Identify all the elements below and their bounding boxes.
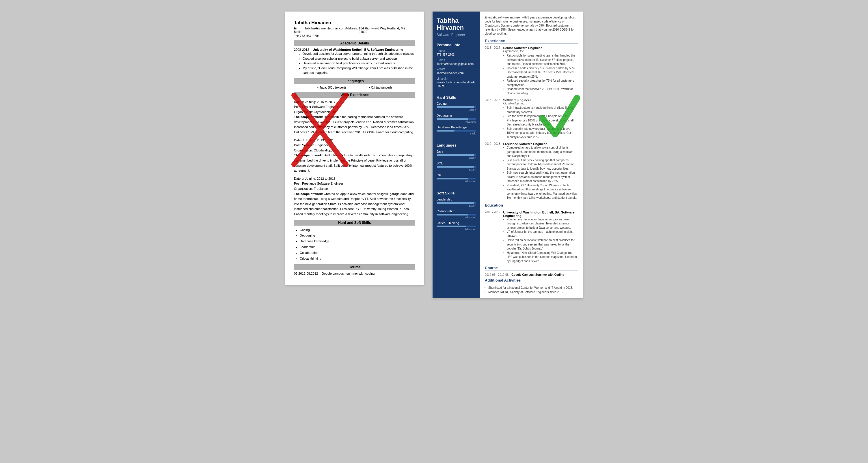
skill-coding-name: Coding — [437, 102, 476, 105]
edu-bullet: My article, "How Cloud Computing Will Ch… — [506, 251, 578, 264]
skill-item: Database knowledge — [300, 238, 415, 244]
work-org-3: Organization: Freelance — [294, 186, 415, 192]
exp-bullet: Built security into new product features… — [506, 127, 578, 140]
languages-section-header: Languages — [294, 78, 415, 84]
academic-bullets: Developed passion for Java server progra… — [303, 51, 415, 75]
skill-item: Debugging — [300, 233, 415, 238]
exp-dates-1: 2015 - 2017 — [485, 46, 500, 96]
exp-bullets-3: Composed an app to allow voice control o… — [506, 146, 578, 200]
edu-bullet: Delivered an actionable webinar on best … — [506, 238, 578, 251]
experience-label: Experience — [485, 39, 578, 44]
work-scope-2: The scope of work: Built infrastructure … — [294, 153, 415, 173]
exp-details-1: Senior Software Engineer Cryptoconic, In… — [503, 46, 578, 96]
personal-info-section: Personal Info Phone 773-457-2703 E-mail … — [433, 40, 480, 92]
lang-java: Java Expert — [437, 150, 476, 159]
work-scope-1: The scope of work: Responsible for leadi… — [294, 114, 415, 135]
exp-details-2: Software Engineer Cloudwallop, Inc. Buil… — [503, 98, 578, 139]
exp-bullet: Composed an app to allow voice control o… — [506, 146, 578, 158]
edu-dates-1: 2008 - 2012 — [485, 210, 500, 264]
activity-item: Member, IAENG Society of Software Engine… — [488, 290, 578, 294]
skill-collaboration-level: Advanced — [437, 216, 476, 219]
lang2: C# (advanced) — [369, 86, 392, 89]
left-email-label: E-Mail: — [294, 27, 304, 33]
edu-bullet: VP of Jugger-Is, the campus machine lear… — [506, 230, 578, 238]
hard-skills-section: Hard Skills Coding Expert Debugging Adva… — [433, 92, 480, 140]
edu-title-1: University of Washington Bothell, BA, So… — [503, 210, 578, 218]
edu-details-1: University of Washington Bothell, BA, So… — [503, 210, 578, 264]
course-name-1: Google Campus: Summer with Coding — [512, 273, 564, 276]
exp-entry-2: 2013 - 2015 Software Engineer Cloudwallo… — [485, 98, 578, 139]
course-row-1: 2012-06 - 2012-08 Google Campus: Summer … — [485, 273, 578, 276]
course-label: Course — [485, 266, 578, 271]
lang1: Java, SQL (expert) — [317, 86, 346, 89]
email-label: E-mail — [437, 59, 476, 62]
lang-sql-level: Expert — [437, 168, 476, 171]
skill-debugging: Debugging Advanced — [437, 114, 476, 123]
skill-coding: Coding Expert — [437, 102, 476, 111]
left-address-label: Address: — [345, 27, 358, 33]
work-post-1: Post: Senior Software Engineer — [294, 104, 415, 110]
left-tel: Tel: 773-457-2703 — [294, 34, 415, 37]
email-value: TabithaHirvanen@gmail.com — [437, 62, 476, 65]
exp-bullets-1: Responsible for spearheading teams that … — [506, 54, 578, 96]
left-name: Tabitha Hirvanen — [294, 20, 415, 25]
academic-bullet: Created a senior scholar project to buil… — [303, 56, 415, 61]
lang-csharp-name: C# — [437, 173, 476, 177]
skill-leadership-name: Leadership — [437, 198, 476, 201]
edu-bullet: Pursued my passion for Java server progr… — [506, 218, 578, 230]
work-section-header: Work Experience — [294, 92, 415, 98]
personal-info-label: Personal Info — [437, 43, 476, 47]
exp-title-3: Freelance Software Engineer — [503, 142, 578, 146]
exp-bullet: Led the drive to implement the Principle… — [506, 114, 578, 127]
linkedin-value: www.linkedin.com/in/tabitha-hirvanen — [437, 81, 476, 87]
languages-label: Languages — [437, 143, 476, 147]
resume-right: Tabitha Hirvanen Software Engineer Perso… — [433, 11, 583, 298]
soft-skills-label: Soft Skills — [437, 191, 476, 195]
work-scope-3: The scope of work: Created an app to all… — [294, 192, 415, 217]
skills-section-header: Hard and Soft Skills — [294, 220, 415, 226]
exp-bullet: Headed team that received 2016 BOSSIE aw… — [506, 87, 578, 96]
work-org-1: Organization: Cryptoconic, Inc. — [294, 110, 415, 115]
academic-bullet: Delivered a webinar on best practices fo… — [303, 61, 415, 66]
www-value: TabithaHirvanen.com — [437, 71, 476, 75]
skill-leadership: Leadership Expert — [437, 198, 476, 207]
sidebar: Tabitha Hirvanen Software Engineer Perso… — [433, 11, 480, 298]
skill-item: Coding — [300, 227, 415, 233]
work-dates-2: Date of Joining: 2013 to 2015 — [294, 138, 415, 143]
edu-entry-1: 2008 - 2012 University of Washington Bot… — [485, 210, 578, 264]
skill-criticalthinking: Critical Thinking Advanced — [437, 221, 476, 231]
work-post-3: Post: Freelance Software Engineer — [294, 181, 415, 186]
academic-bullet: My article, "How Cloud Computing Will Ch… — [303, 66, 415, 75]
exp-bullets-2: Built infrastructure to handle millions … — [506, 106, 578, 139]
soft-skills-section: Soft Skills Leadership Expert Collaborat… — [433, 188, 480, 236]
exp-title-1: Senior Software Engineer — [503, 46, 578, 49]
skill-item: Leadership — [300, 244, 415, 250]
lang-java-name: Java — [437, 150, 476, 153]
skill-criticalthinking-level: Advanced — [437, 228, 476, 231]
exp-bullet: Built new search functionality into the … — [506, 171, 578, 184]
skill-collaboration-name: Collaboration — [437, 209, 476, 213]
hard-skills-label: Hard Skills — [437, 95, 476, 100]
exp-entry-1: 2015 - 2017 Senior Software Engineer Cry… — [485, 46, 578, 96]
phone-label: Phone — [437, 49, 476, 53]
course-entry: 06.2012-08.2012 – Google campus : summer… — [294, 272, 415, 275]
lang-csharp: C# Advanced — [437, 173, 476, 183]
skill-item: Critical thinking — [300, 256, 415, 262]
edu-bullets-1: Pursued my passion for Java server progr… — [506, 218, 578, 264]
exp-bullet: Responsible for spearheading teams that … — [506, 54, 578, 66]
activity-item: Shortlisted for a National Center for Wo… — [488, 286, 578, 290]
sidebar-name-block: Tabitha Hirvanen Software Engineer — [433, 11, 480, 40]
left-address: 134 Rightward Way Portland, ME, 04019 — [359, 27, 415, 33]
right-last-name: Hirvanen — [437, 24, 476, 31]
activities-list: Shortlisted for a National Center for Wo… — [488, 286, 578, 294]
exp-bullet: Increased code efficiency of customer po… — [506, 66, 578, 79]
education-label: Education — [485, 203, 578, 208]
skill-dbknowledge: Database Knowledge Basic — [437, 126, 476, 135]
skill-collaboration: Collaboration Advanced — [437, 209, 476, 219]
exp-details-3: Freelance Software Engineer Composed an … — [503, 142, 578, 200]
lang-sql: SQL Expert — [437, 162, 476, 171]
www-label: WWW — [437, 68, 476, 71]
exp-title-2: Software Engineer — [503, 98, 578, 102]
exp-bullet: Reduced security breaches by 73% for all… — [506, 79, 578, 87]
work-org-2: Organization: Cloudwallop, Inc. — [294, 148, 415, 153]
